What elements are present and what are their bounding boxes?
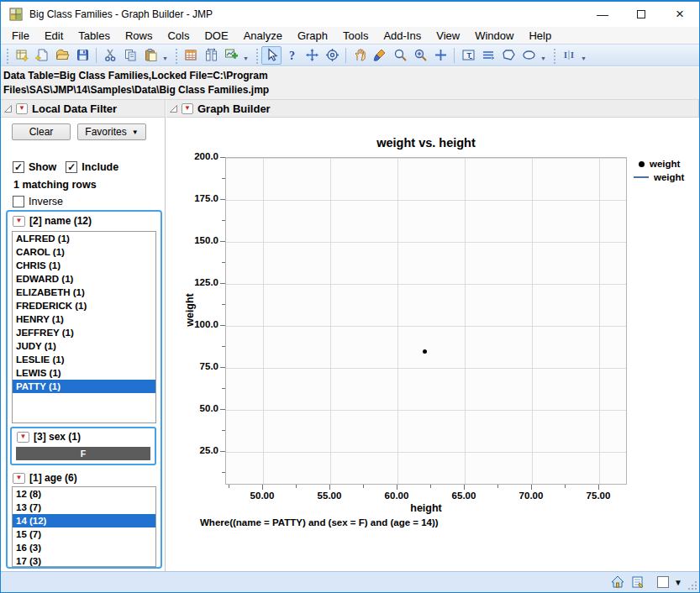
show-checkbox[interactable]: ✓ <box>13 161 24 173</box>
resize-grip[interactable] <box>687 580 697 590</box>
annotate-oval-icon[interactable] <box>518 46 539 65</box>
age-filter-item[interactable]: 12 (8) <box>13 487 155 501</box>
x-tick-label[interactable]: 55.00 <box>304 491 355 501</box>
annotate-lines-icon[interactable] <box>478 46 498 65</box>
axis-scroll-tools-icon[interactable]: II <box>559 46 579 65</box>
annotate-polygon-icon[interactable] <box>498 46 518 65</box>
menu-item[interactable]: View <box>429 28 467 44</box>
name-filter-item[interactable]: ALFRED (1) <box>13 232 155 245</box>
collapse-triangle-icon[interactable] <box>3 104 13 113</box>
age-filter-item[interactable]: 16 (3) <box>13 541 155 554</box>
age-filter-item[interactable]: 13 (7) <box>13 501 155 514</box>
new-data-table-icon[interactable] <box>12 46 32 65</box>
name-filter-item[interactable]: CHRIS (1) <box>13 259 155 272</box>
y-tick-label[interactable]: 100.0 <box>176 319 218 329</box>
menu-item[interactable]: Graph <box>290 28 335 44</box>
toolbar-overflow-dropdown-icon[interactable]: ▼ <box>579 47 588 64</box>
zoom-out-icon[interactable] <box>390 46 410 65</box>
plus-crosshair-icon[interactable] <box>430 46 450 65</box>
toolbar-overflow-dropdown-icon[interactable]: ▼ <box>241 47 250 64</box>
home-icon[interactable] <box>610 575 625 590</box>
hand-grabber-icon[interactable] <box>350 46 370 65</box>
save-file-icon[interactable] <box>72 46 92 65</box>
age-filter-item[interactable]: 17 (3) <box>13 554 155 567</box>
menu-item[interactable]: DOE <box>197 28 235 44</box>
cut-icon[interactable] <box>100 46 120 65</box>
minimize-button[interactable]: — <box>583 2 622 26</box>
y-tick-label[interactable]: 200.0 <box>176 151 218 161</box>
brush-icon[interactable] <box>370 46 390 65</box>
arrow-cursor-icon[interactable] <box>261 46 282 65</box>
filter-menu-red-triangle[interactable]: ▼ <box>16 103 28 114</box>
menu-item[interactable]: Tools <box>335 28 376 44</box>
favorites-button[interactable]: Favorites ▼ <box>77 123 146 140</box>
column-switcher-icon[interactable] <box>201 46 221 65</box>
y-tick-label[interactable]: 150.0 <box>176 235 218 245</box>
maximize-button[interactable] <box>622 2 661 26</box>
x-tick-label[interactable]: 65.00 <box>439 491 489 501</box>
menu-item[interactable]: Add-Ins <box>376 28 429 44</box>
plot-area[interactable] <box>225 157 627 485</box>
name-filter-item[interactable]: JUDY (1) <box>13 339 155 353</box>
annotate-text-icon[interactable]: T <box>458 46 478 65</box>
new-graph-icon[interactable] <box>221 46 241 65</box>
sex-filter-red-triangle[interactable]: ▼ <box>17 432 29 443</box>
open-file-icon[interactable] <box>52 46 72 65</box>
zoom-in-icon[interactable] <box>410 46 430 65</box>
toolbar-overflow-dropdown-icon[interactable]: ▼ <box>161 47 170 64</box>
name-filter-item[interactable]: EDWARD (1) <box>13 272 155 286</box>
paste-icon[interactable] <box>140 46 161 65</box>
menu-item[interactable]: Window <box>467 28 521 44</box>
y-tick-label[interactable]: 25.0 <box>176 445 218 455</box>
legend-item[interactable]: weight <box>634 157 684 171</box>
statusbar-checkbox[interactable] <box>657 576 669 588</box>
menu-item[interactable]: Help <box>521 28 559 44</box>
age-filter-item[interactable]: 14 (12) <box>13 514 155 527</box>
x-tick-label[interactable]: 50.00 <box>237 491 287 501</box>
toolbar-drag-handle[interactable] <box>255 47 259 64</box>
x-tick-label[interactable]: 60.00 <box>371 491 422 501</box>
menu-item[interactable]: File <box>4 28 37 44</box>
name-filter-item[interactable]: ELIZABETH (1) <box>13 286 155 299</box>
help-icon[interactable]: ? <box>282 46 302 65</box>
name-filter-item[interactable]: JEFFREY (1) <box>13 326 155 339</box>
graph-menu-red-triangle[interactable]: ▼ <box>182 103 193 114</box>
data-table-icon[interactable] <box>181 46 201 65</box>
journal-icon[interactable] <box>630 575 645 590</box>
clear-button[interactable]: Clear <box>12 123 71 140</box>
inverse-checkbox[interactable] <box>13 196 24 207</box>
name-filter-item[interactable]: PATTY (1) <box>13 380 155 393</box>
menu-item[interactable]: Edit <box>37 28 71 44</box>
statusbar-dropdown-icon[interactable]: ▼ <box>674 578 682 587</box>
name-filter-item[interactable]: CAROL (1) <box>13 245 155 259</box>
collapse-triangle-icon[interactable] <box>169 104 178 113</box>
include-checkbox[interactable]: ✓ <box>66 161 77 173</box>
close-button[interactable]: × <box>661 2 699 26</box>
name-filter-item[interactable]: LESLIE (1) <box>13 353 155 366</box>
new-journal-icon[interactable] <box>32 46 52 65</box>
x-axis-label[interactable]: height <box>225 502 627 514</box>
name-filter-item[interactable]: HENRY (1) <box>13 312 155 326</box>
move-tool-icon[interactable] <box>302 46 322 65</box>
y-tick-label[interactable]: 75.0 <box>176 361 218 371</box>
toolbar-drag-handle[interactable] <box>552 47 556 64</box>
toolbar-drag-handle[interactable] <box>174 47 178 64</box>
sex-filter-selected-block[interactable]: F <box>16 447 150 460</box>
y-tick-label[interactable]: 175.0 <box>176 193 218 203</box>
toolbar-overflow-dropdown-icon[interactable]: ▼ <box>539 47 548 64</box>
toolbar-drag-handle[interactable] <box>5 47 9 64</box>
y-tick-label[interactable]: 50.0 <box>176 403 218 413</box>
x-tick-label[interactable]: 75.00 <box>573 491 624 501</box>
name-filter-item[interactable]: LEWIS (1) <box>13 366 155 380</box>
menu-item[interactable]: Cols <box>160 28 197 44</box>
menu-item[interactable]: Tables <box>71 28 118 44</box>
crosshair-target-icon[interactable] <box>322 46 342 65</box>
scatter-data-point[interactable] <box>423 349 427 354</box>
y-tick-label[interactable]: 125.0 <box>176 277 218 287</box>
menu-item[interactable]: Analyze <box>236 28 290 44</box>
age-filter-red-triangle[interactable]: ▼ <box>13 473 25 484</box>
copy-icon[interactable] <box>120 46 140 65</box>
name-filter-red-triangle[interactable]: ▼ <box>13 216 25 227</box>
age-filter-item[interactable]: 15 (7) <box>13 527 155 541</box>
legend-item[interactable]: weight <box>634 171 684 184</box>
